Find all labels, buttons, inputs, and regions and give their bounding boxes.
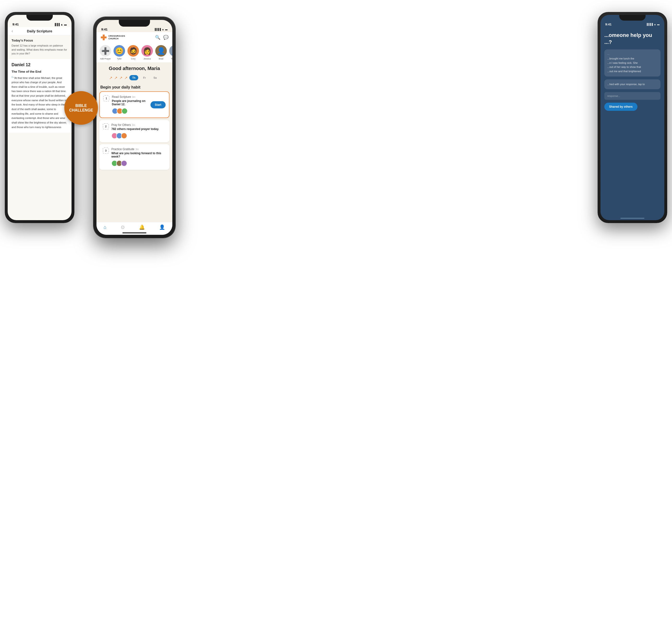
back-button[interactable]: ‹ (12, 29, 13, 34)
center-phone: 9:41 ▐▐▐▐ ▲ ▬ CROSSROADS CHURCH 🔍 💬 (94, 17, 175, 238)
wifi-icon-c: ▲ (162, 28, 164, 31)
prayer-item-timothy[interactable]: 👤 Timoth... (169, 45, 172, 60)
focus-text: Daniel 12 has a large emphasis on patien… (12, 44, 68, 56)
habit-info-1: Read Scripture 3m People are journaling … (112, 95, 148, 114)
time-center: 9:41 (101, 28, 107, 31)
verse-text: 1 "At that time shall arise Michael, the… (12, 75, 68, 129)
habit-num-2: 2 (103, 123, 109, 129)
focus-label: Today's Focus (12, 39, 68, 42)
bible-chapter: Daniel 12 (12, 62, 68, 67)
day-check-2: ↗ (114, 75, 117, 80)
status-icons-center: ▐▐▐▐ ▲ ▬ (154, 28, 167, 31)
nav-profile[interactable]: 👤 (159, 224, 165, 230)
prayer-name-add: Add Prayer (100, 58, 111, 60)
habit-avatar-2c (121, 133, 127, 139)
timothy-name: Timoth... (171, 58, 172, 60)
nav-bell[interactable]: 🔔 (139, 224, 145, 230)
timothy-avatar[interactable]: 👤 (169, 45, 172, 57)
prayer-item-jessica[interactable]: 👩 Jessica (141, 45, 153, 60)
home-indicator-center (122, 232, 146, 233)
verse-num-1: 1 (12, 76, 13, 78)
logo-icon (100, 34, 107, 41)
left-screen: 9:41 ▐▐▐ ▲ ▬ ‹ Daily Scripture Today's F… (8, 15, 72, 220)
nav-home[interactable]: ⌂ (104, 224, 107, 230)
habit-card-3[interactable]: 3 Practice Gratitude 3m What are you loo… (99, 144, 170, 170)
page-title: Daily Scripture (27, 29, 52, 33)
greeting: Good afternoon, Maria (96, 62, 172, 74)
jessica-name: Jessica (143, 58, 151, 60)
add-prayer-avatar[interactable]: ➕ (100, 45, 111, 57)
habits-list: 1 Read Scripture 3m People are journalin… (96, 91, 172, 170)
notch-left (26, 15, 53, 21)
habit-desc-1: People are journaling on Daniel 12. (112, 99, 148, 106)
habit-title-row-3: Practice Gratitude 3m (111, 147, 166, 151)
habit-title-row-1: Read Scripture 3m (112, 95, 148, 98)
status-icons-left: ▐▐▐ ▲ ▬ (54, 23, 67, 26)
prayer-item-cory[interactable]: 🧔 Cory (127, 45, 139, 60)
habit-desc-2: 782 others requested prayer today. (111, 127, 166, 131)
habit-info-3: Practice Gratitude 3m What are you looki… (111, 147, 166, 166)
wifi-icon: ▲ (60, 23, 63, 26)
prayer-row: ➕ Add Prayer 😊 Tyler 🧔 Cory 👩 (96, 43, 172, 62)
habit-time-3: 3m (135, 148, 139, 151)
day-check-1: ↗ (109, 75, 112, 80)
jessica-avatar[interactable]: 👩 (141, 45, 153, 57)
left-nav-bar: ‹ Daily Scripture (8, 27, 72, 35)
nav-compass[interactable]: ⊙ (121, 224, 125, 230)
habit-desc-3: What are you looking forward to this wee… (111, 151, 166, 158)
habit-num-3: 3 (103, 147, 109, 154)
habit-avatar-1c (121, 108, 128, 114)
left-phone: 9:41 ▐▐▐ ▲ ▬ ‹ Daily Scripture Today's F… (5, 12, 74, 223)
time-left: 9:41 (13, 22, 19, 26)
habit-time-2: 3m (132, 124, 135, 126)
bible-challenge-badge: BIBLE CHALLENGE (64, 91, 98, 125)
brad-avatar[interactable]: 👤 (155, 45, 167, 57)
verse-title: The Time of the End (12, 70, 68, 73)
cory-avatar[interactable]: 🧔 (127, 45, 139, 57)
habit-avatars-3 (111, 160, 166, 166)
center-screen: 9:41 ▐▐▐▐ ▲ ▬ CROSSROADS CHURCH 🔍 💬 (96, 20, 172, 235)
habit-time-1: 3m (132, 96, 135, 98)
habit-avatars-2 (111, 133, 166, 139)
habit-card-1[interactable]: 1 Read Scripture 3m People are journalin… (99, 91, 170, 118)
battery-icon: ▬ (64, 23, 67, 26)
day-thursday[interactable]: Th (129, 75, 138, 80)
signal-icon: ▐▐▐ (54, 23, 59, 26)
focus-card: Today's Focus Daniel 12 has a large emph… (8, 35, 72, 59)
prayer-item-brad[interactable]: 👤 Brad (155, 45, 167, 60)
cory-name: Cory (131, 58, 135, 60)
logo-text: CROSSROADS CHURCH (108, 35, 125, 40)
day-friday[interactable]: Fr (140, 75, 148, 80)
message-icon[interactable]: 💬 (163, 35, 169, 40)
brad-name: Brad (159, 58, 163, 60)
habit-avatar-3c (121, 160, 127, 166)
day-check-3: ↗ (119, 75, 122, 80)
search-icon[interactable]: 🔍 (155, 35, 160, 40)
prayer-item-add[interactable]: ➕ Add Prayer (99, 45, 111, 60)
habit-avatars-1 (112, 108, 148, 114)
day-tracker: ↗ ↗ ↗ ↗ Th Fr Sa (96, 74, 172, 83)
logo: CROSSROADS CHURCH (100, 34, 125, 41)
day-saturday[interactable]: Sa (151, 75, 159, 80)
tyler-name: Tyler (117, 58, 122, 60)
bible-challenge-text: BIBLE CHALLENGE (69, 103, 93, 112)
bible-text-area: Daniel 12 The Time of the End 1 "At that… (8, 59, 72, 133)
notch-center (119, 20, 150, 26)
signal-icon-c: ▐▐▐▐ (154, 28, 161, 31)
header-icons: 🔍 💬 (155, 35, 169, 40)
section-title: Begin your daily habit (96, 83, 172, 91)
habit-card-2[interactable]: 2 Pray for Others 3m 782 others requeste… (99, 120, 170, 142)
app-header: CROSSROADS CHURCH 🔍 💬 (96, 32, 172, 43)
day-check-4: ↗ (124, 75, 127, 80)
habit-title-2: Pray for Others (111, 123, 131, 127)
habit-title-row-2: Pray for Others 3m (111, 123, 166, 127)
svg-marker-0 (101, 35, 107, 40)
battery-icon-c: ▬ (165, 28, 167, 31)
habit-title-1: Read Scripture (112, 95, 131, 98)
prayer-item-tyler[interactable]: 😊 Tyler (113, 45, 125, 60)
start-button-1[interactable]: Start (151, 101, 165, 108)
habit-title-3: Practice Gratitude (111, 147, 135, 151)
habit-info-2: Pray for Others 3m 782 others requested … (111, 123, 166, 139)
habit-num-1: 1 (103, 95, 109, 102)
tyler-avatar[interactable]: 😊 (113, 45, 125, 57)
